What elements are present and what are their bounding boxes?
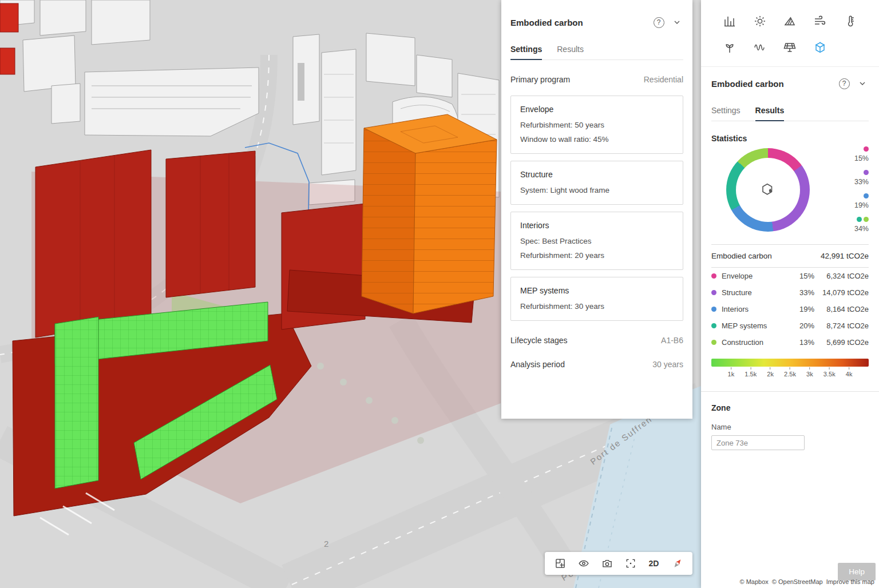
analysis-period-label: Analysis period xyxy=(510,360,565,369)
chevron-down-icon[interactable] xyxy=(671,16,683,29)
legend-item: 34% xyxy=(854,217,869,233)
scale-tick: 3k xyxy=(806,371,813,378)
compass-icon[interactable] xyxy=(669,555,686,572)
category-pct: 33% xyxy=(787,288,814,297)
legend-pct: 19% xyxy=(854,201,869,209)
building-red-1[interactable] xyxy=(35,150,151,337)
legend-dot xyxy=(864,146,869,152)
embodied-carbon-icon[interactable] xyxy=(805,40,836,55)
lifecycle-stages-row[interactable]: Lifecycle stages A1-B6 xyxy=(510,336,683,345)
statistics-chart: 15% 33% 19% 34% xyxy=(711,146,869,233)
settings-results-tabs: Settings Results xyxy=(510,40,683,60)
divider xyxy=(701,391,879,392)
legend-dot xyxy=(864,170,869,175)
category-label: MEP systems xyxy=(722,321,787,330)
building-red-2[interactable] xyxy=(166,151,255,297)
help-icon[interactable] xyxy=(838,77,850,90)
donut-legend: 15% 33% 19% 34% xyxy=(854,146,869,233)
mep-systems-card[interactable]: MEP systems Refurbishment: 30 years xyxy=(510,277,683,321)
tab-results[interactable]: Results xyxy=(755,101,785,121)
table-row-mep-systems[interactable]: MEP systems 20% 8,724 tCO2e xyxy=(711,317,869,334)
card-line: Window to wall ratio: 45% xyxy=(520,135,674,144)
card-line: Refurbishment: 20 years xyxy=(520,251,674,260)
primary-program-row[interactable]: Primary program Residential xyxy=(510,75,683,84)
tab-results[interactable]: Results xyxy=(557,40,584,59)
legend-item: 15% xyxy=(854,146,869,162)
toolbar-spacer xyxy=(835,40,865,55)
category-dot xyxy=(711,340,716,345)
interiors-card[interactable]: Interiors Spec: Best Practices Refurbish… xyxy=(510,212,683,270)
hexagon-droplet-icon xyxy=(726,148,810,232)
category-dot xyxy=(711,307,716,312)
results-body: Embodied carbon Settings Results Statist… xyxy=(701,77,879,588)
embodied-carbon-total-row: Embodied carbon 42,991 tCO2e xyxy=(711,244,869,268)
table-row-construction[interactable]: Construction 13% 5,699 tCO2e xyxy=(711,334,869,351)
primary-program-value: Residential xyxy=(644,75,683,84)
scale-tick: 2.5k xyxy=(784,371,796,378)
category-pct: 13% xyxy=(787,338,814,347)
embodied-carbon-settings-panel: Embodied carbon Settings Results Primary… xyxy=(501,0,692,419)
solar-panel-icon[interactable] xyxy=(775,40,805,55)
envelope-card[interactable]: Envelope Refurbishment: 50 years Window … xyxy=(510,96,683,154)
thermometer-icon[interactable] xyxy=(835,14,865,29)
zoom-to-fit-icon[interactable] xyxy=(622,555,639,572)
settings-results-tabs: Settings Results xyxy=(711,101,869,121)
legend-dot xyxy=(864,217,869,222)
category-pct: 20% xyxy=(787,321,814,330)
tab-settings[interactable]: Settings xyxy=(711,101,741,121)
map-attribution: © Mapbox © OpenStreetMap Improve this ma… xyxy=(740,578,875,585)
category-dot xyxy=(711,273,716,279)
sun-icon[interactable] xyxy=(745,14,775,29)
route-label: 2 xyxy=(324,539,330,549)
table-row-envelope[interactable]: Envelope 15% 6,324 tCO2e xyxy=(711,268,869,284)
attribution-improve-link[interactable]: Improve this map xyxy=(826,578,874,585)
help-icon[interactable] xyxy=(652,16,665,29)
attribution-osm-link[interactable]: © OpenStreetMap xyxy=(772,578,823,585)
legend-pct: 15% xyxy=(854,154,869,162)
category-value: 6,324 tCO2e xyxy=(814,272,869,280)
table-row-interiors[interactable]: Interiors 19% 8,164 tCO2e xyxy=(711,301,869,317)
scale-tick: 4k xyxy=(846,371,853,378)
card-line: Refurbishment: 50 years xyxy=(520,121,674,129)
vegetation-icon[interactable] xyxy=(715,40,745,55)
category-label: Envelope xyxy=(722,272,787,280)
card-title: Interiors xyxy=(520,221,674,230)
category-value: 5,699 tCO2e xyxy=(814,338,869,347)
legend-item: 19% xyxy=(854,193,869,209)
shadow-icon[interactable] xyxy=(775,14,805,29)
attribution-mapbox-link[interactable]: © Mapbox xyxy=(740,578,769,585)
waves-icon[interactable] xyxy=(745,40,775,55)
visibility-eye-icon[interactable] xyxy=(575,555,592,572)
category-value: 8,164 tCO2e xyxy=(814,305,869,313)
zone-name-label: Name xyxy=(711,423,869,431)
scale-tick: 3.5k xyxy=(823,371,836,378)
tab-settings[interactable]: Settings xyxy=(510,40,542,59)
legend-item: 33% xyxy=(854,170,869,186)
panel-title: Embodied carbon xyxy=(510,18,647,27)
panel-title: Embodied carbon xyxy=(711,79,832,89)
app: Port de Suffren Po 2 2D Embodied carbon xyxy=(0,0,879,588)
heatmap-bar xyxy=(711,359,869,367)
analysis-period-row[interactable]: Analysis period 30 years xyxy=(510,360,683,369)
total-value: 42,991 tCO2e xyxy=(821,252,869,260)
scale-tick: 1.5k xyxy=(745,371,757,378)
scale-tick: 2k xyxy=(767,371,774,378)
wind-icon[interactable] xyxy=(805,14,836,29)
floorplan-icon[interactable] xyxy=(552,555,569,572)
table-row-structure[interactable]: Structure 33% 14,079 tCO2e xyxy=(711,284,869,301)
analysis-results-panel: Embodied carbon Settings Results Statist… xyxy=(701,0,879,588)
legend-dot xyxy=(857,217,862,222)
zone-name-input[interactable] xyxy=(711,435,805,450)
primary-program-label: Primary program xyxy=(510,75,570,84)
zone-section-title: Zone xyxy=(711,403,869,412)
chevron-down-icon[interactable] xyxy=(856,77,869,90)
statistics-icon[interactable] xyxy=(715,14,745,29)
donut-chart xyxy=(726,148,810,232)
camera-icon[interactable] xyxy=(599,555,616,572)
breakdown-table: Envelope 15% 6,324 tCO2e Structure 33% 1… xyxy=(711,268,869,351)
building-orange-tower[interactable] xyxy=(362,114,497,313)
mode-2d-button[interactable]: 2D xyxy=(646,555,663,572)
category-value: 14,079 tCO2e xyxy=(814,288,869,297)
structure-card[interactable]: Structure System: Light wood frame xyxy=(510,161,683,205)
category-dot xyxy=(711,290,716,295)
